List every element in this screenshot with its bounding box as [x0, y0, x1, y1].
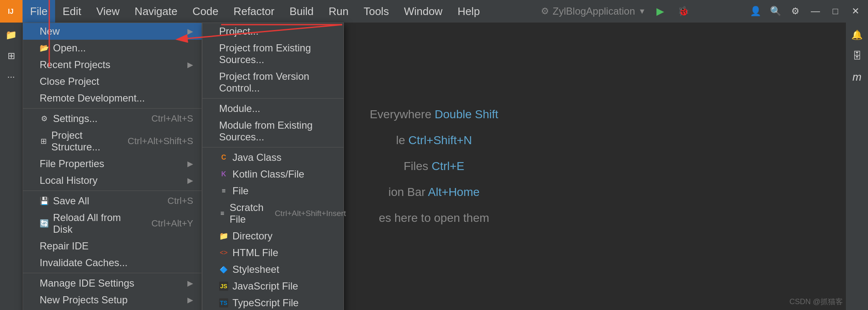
menu-item-local-history[interactable]: Local History ▶ — [23, 172, 202, 189]
submenu-sep-2 — [202, 147, 343, 147]
menu-item-close-project[interactable]: Close Project — [23, 73, 202, 90]
html-icon: <> — [219, 248, 228, 257]
scratch-icon: ≡ — [219, 209, 225, 218]
sidebar-more-icon[interactable]: ··· — [3, 69, 20, 85]
menu-edit[interactable]: Edit — [55, 0, 89, 23]
submenu-file[interactable]: ≡ File — [202, 183, 343, 199]
submenu-project[interactable]: Project... — [202, 23, 343, 40]
menu-item-file-properties[interactable]: File Properties ▶ — [23, 155, 202, 172]
m-icon[interactable]: m — [849, 69, 865, 85]
title-bar-left: IJ File Edit View Navigate Code Refactor… — [0, 0, 487, 23]
csdn-watermark: CSDN @抓猫客 — [790, 297, 843, 307]
arrow-icon: ▶ — [187, 159, 193, 168]
shortcut-everywhere: Everywhere Double Shift — [370, 108, 498, 121]
menu-item-settings[interactable]: ⚙ Settings... Ctrl+Alt+S — [23, 110, 202, 127]
menu-window[interactable]: Window — [396, 0, 450, 23]
menu-item-project-structure[interactable]: ⊞ Project Structure... Ctrl+Alt+Shift+S — [23, 127, 202, 155]
sidebar-folder-icon[interactable]: 📁 — [3, 27, 20, 43]
run-button[interactable]: ▶ — [651, 2, 669, 20]
reload-shortcut: Ctrl+Alt+Y — [151, 218, 193, 229]
arrow-icon: ▶ — [187, 27, 193, 36]
menu-code[interactable]: Code — [185, 0, 226, 23]
menu-item-invalidate-caches[interactable]: Invalidate Caches... — [23, 254, 202, 271]
maximize-button[interactable]: □ — [826, 2, 845, 20]
directory-icon: 📁 — [219, 231, 228, 241]
menu-item-remote-dev[interactable]: Remote Development... — [23, 90, 202, 107]
run-config-name: ZylBlogApplication — [553, 5, 635, 17]
submenu-project-vcs[interactable]: Project from Version Control... — [202, 68, 343, 97]
shortcut-key-files: Ctrl+E — [431, 160, 464, 173]
menu-item-reload[interactable]: 🔄 Reload All from Disk Ctrl+Alt+Y — [23, 209, 202, 238]
shortcut-key-navBar: Alt+Home — [428, 185, 480, 198]
settings-shortcut: Ctrl+Alt+S — [151, 113, 193, 124]
menu-file[interactable]: File — [23, 0, 55, 23]
menu-item-new-projects-setup[interactable]: New Projects Setup ▶ — [23, 292, 202, 308]
submenu-stylesheet[interactable]: 🔷 Stylesheet — [202, 261, 343, 278]
ts-icon: TS — [219, 298, 228, 307]
notification-icon[interactable]: 🔔 — [849, 27, 865, 43]
debug-button[interactable]: 🐞 — [674, 2, 693, 20]
menu-bar: File Edit View Navigate Code Refactor Bu… — [23, 0, 487, 23]
submenu-sep-1 — [202, 98, 343, 99]
new-submenu: Project... Project from Existing Sources… — [202, 23, 344, 310]
arrow-icon: ▶ — [187, 279, 193, 288]
menu-item-manage-ide[interactable]: Manage IDE Settings ▶ — [23, 275, 202, 292]
file-icon: ≡ — [219, 186, 228, 196]
separator-1 — [23, 108, 202, 109]
database-icon[interactable]: 🗄 — [849, 48, 865, 64]
submenu-project-existing[interactable]: Project from Existing Sources... — [202, 40, 343, 68]
shortcut-files: Files Ctrl+E — [404, 160, 464, 173]
menu-item-save-all[interactable]: 💾 Save All Ctrl+S — [23, 193, 202, 209]
menu-item-new[interactable]: New ▶ — [23, 23, 202, 40]
menu-refactor[interactable]: Refactor — [226, 0, 282, 23]
submenu-kotlin-class[interactable]: K Kotlin Class/File — [202, 166, 343, 183]
menu-run[interactable]: Run — [321, 0, 356, 23]
scratch-shortcut: Ctrl+Alt+Shift+Insert — [275, 209, 346, 218]
arrow-icon: ▶ — [187, 295, 193, 305]
menu-build[interactable]: Build — [282, 0, 321, 23]
shortcut-nav-bar: ion Bar Alt+Home — [389, 185, 480, 199]
reload-icon: 🔄 — [40, 219, 49, 228]
submenu-module-existing[interactable]: Module from Existing Sources... — [202, 117, 343, 145]
menu-item-recent-projects[interactable]: Recent Projects ▶ — [23, 56, 202, 73]
separator-2 — [23, 191, 202, 191]
title-bar: IJ File Edit View Navigate Code Refactor… — [0, 0, 868, 23]
menu-item-open[interactable]: 📂 Open... — [23, 40, 202, 56]
settings-icon: ⚙ — [40, 114, 49, 123]
sidebar-structure-icon[interactable]: ⊞ — [3, 48, 20, 64]
submenu-scratch[interactable]: ≡ Scratch File Ctrl+Alt+Shift+Insert — [202, 199, 343, 228]
search-button[interactable]: 🔍 — [766, 2, 785, 20]
submenu-html-file[interactable]: <> HTML File — [202, 244, 343, 261]
title-bar-center: ⚙ ZylBlogApplication ▼ ▶ 🐞 — [487, 2, 746, 20]
arrow-icon: ▶ — [187, 176, 193, 185]
shortcut-file: le Ctrl+Shift+N — [396, 134, 472, 147]
project-struct-icon: ⊞ — [40, 137, 47, 146]
menu-navigate[interactable]: Navigate — [127, 0, 185, 23]
profile-button[interactable]: 👤 — [746, 2, 765, 20]
separator-3 — [23, 273, 202, 273]
minimize-button[interactable]: — — [806, 2, 825, 20]
submenu-module[interactable]: Module... — [202, 100, 343, 117]
save-icon: 💾 — [40, 196, 49, 206]
menu-help[interactable]: Help — [450, 0, 487, 23]
folder-icon: 📂 — [40, 43, 49, 53]
settings-button[interactable]: ⚙ — [786, 2, 805, 20]
menu-tools[interactable]: Tools — [356, 0, 396, 23]
css-icon: 🔷 — [219, 265, 228, 274]
run-config[interactable]: ⚙ ZylBlogApplication ▼ — [541, 5, 646, 17]
left-sidebar: 📁 ⊞ ··· — [0, 23, 23, 310]
submenu-js-file[interactable]: JS JavaScript File — [202, 278, 343, 295]
submenu-ts-file[interactable]: TS TypeScript File — [202, 295, 343, 310]
svg-text:IJ: IJ — [8, 8, 13, 15]
submenu-directory[interactable]: 📁 Directory — [202, 228, 343, 244]
local-history-label: Local History — [40, 175, 98, 186]
menu-item-repair-ide[interactable]: Repair IDE — [23, 238, 202, 254]
menu-item-save-template[interactable]: Save File as Template... — [23, 308, 202, 310]
kotlin-icon: K — [219, 170, 228, 179]
menu-view[interactable]: View — [89, 0, 127, 23]
close-button[interactable]: ✕ — [846, 2, 865, 20]
app-icon: IJ — [0, 0, 23, 23]
project-struct-shortcut: Ctrl+Alt+Shift+S — [128, 136, 193, 147]
submenu-java-class[interactable]: C Java Class — [202, 149, 343, 166]
java-icon: C — [219, 153, 228, 162]
